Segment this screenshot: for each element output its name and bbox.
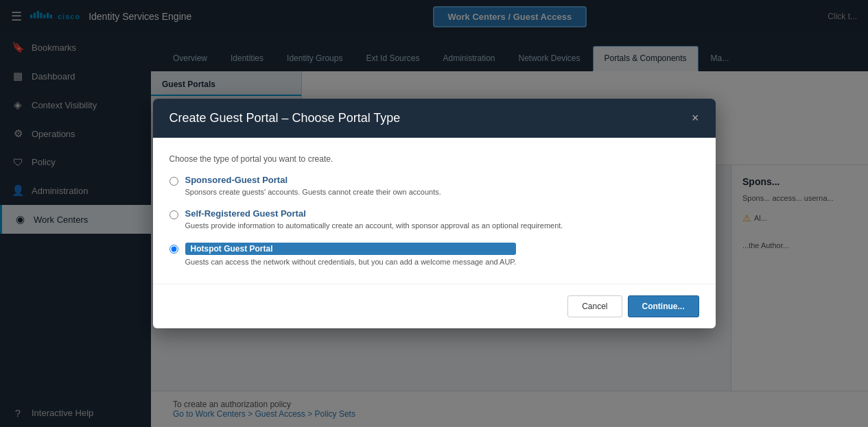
radio-sponsored-desc: Sponsors create guests' accounts. Guests… — [185, 186, 441, 198]
radio-self-registered[interactable] — [169, 210, 178, 219]
radio-group: Sponsored-Guest Portal Sponsors create g… — [169, 175, 699, 268]
continue-button[interactable]: Continue... — [628, 295, 699, 317]
radio-self-registered-desc: Guests provide information to automatica… — [185, 220, 563, 232]
radio-hotspot-label: Hotspot Guest Portal Guests can access t… — [185, 243, 517, 268]
modal-instruction: Choose the type of portal you want to cr… — [169, 154, 699, 164]
modal: Create Guest Portal – Choose Portal Type… — [153, 99, 716, 329]
radio-sponsored-label: Sponsored-Guest Portal Sponsors create g… — [185, 175, 441, 198]
radio-hotspot-name[interactable]: Hotspot Guest Portal — [185, 243, 517, 255]
modal-header: Create Guest Portal – Choose Portal Type… — [153, 99, 716, 138]
modal-footer: Cancel Continue... — [153, 284, 716, 328]
radio-hotspot-desc: Guests can access the network without cr… — [185, 256, 517, 268]
radio-option-self-registered: Self-Registered Guest Portal Guests prov… — [169, 208, 699, 232]
radio-hotspot[interactable] — [169, 245, 178, 254]
radio-sponsored[interactable] — [169, 177, 178, 186]
modal-body: Choose the type of portal you want to cr… — [153, 138, 716, 284]
radio-option-sponsored: Sponsored-Guest Portal Sponsors create g… — [169, 175, 699, 198]
cancel-button[interactable]: Cancel — [567, 295, 622, 317]
radio-option-hotspot: Hotspot Guest Portal Guests can access t… — [169, 243, 699, 268]
radio-self-registered-label: Self-Registered Guest Portal Guests prov… — [185, 208, 563, 232]
modal-title: Create Guest Portal – Choose Portal Type — [169, 111, 401, 125]
radio-sponsored-name[interactable]: Sponsored-Guest Portal — [185, 175, 441, 185]
radio-self-registered-name[interactable]: Self-Registered Guest Portal — [185, 208, 563, 219]
modal-overlay: Create Guest Portal – Choose Portal Type… — [0, 0, 868, 427]
modal-close-button[interactable]: × — [692, 111, 699, 125]
